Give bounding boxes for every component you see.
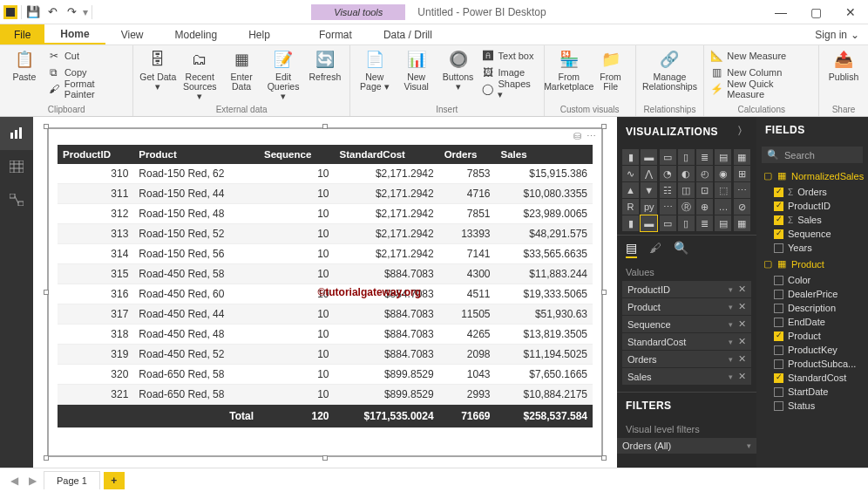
table-visual[interactable]: ⛁ ⋯ ProductIDProductSequenceStandardCost… [47,127,603,457]
table-normalizedsales[interactable]: ▢▦NormalizedSales [756,167,868,185]
paste-button[interactable]: 📋Paste [5,48,44,82]
field-item[interactable]: Years [756,241,868,255]
viz-type-icon[interactable]: ≣ [696,215,713,231]
datadrill-tab[interactable]: Data / Drill [368,24,448,44]
column-header[interactable]: ProductID [58,145,133,164]
table-row[interactable]: 321Road-650 Red, 5810$899.85292993$10,88… [58,385,593,405]
field-item[interactable]: ProductSubca... [756,357,868,371]
visual-more-icon[interactable]: ⋯ [587,131,596,142]
viz-type-icon[interactable]: ⋯ [660,199,676,215]
viz-type-icon[interactable]: ◴ [696,166,713,181]
viz-type-icon[interactable]: ☷ [660,182,676,198]
save-icon[interactable]: 💾 [24,3,43,21]
value-well-item[interactable]: Sales▾✕ [622,368,751,385]
file-menu[interactable]: File [0,24,44,44]
value-well-item[interactable]: StandardCost▾✕ [622,333,751,350]
help-tab[interactable]: Help [233,24,286,44]
table-row[interactable]: 320Road-650 Red, 5810$899.85291043$7,650… [58,365,593,385]
new-visual-button[interactable]: 📊New Visual [397,48,436,92]
viz-type-icon[interactable]: ◔ [660,166,676,181]
table-product[interactable]: ▢▦Product [756,255,868,273]
column-header[interactable]: Sales [496,145,593,164]
view-tab[interactable]: View [105,24,159,44]
undo-icon[interactable]: ↶ [43,3,62,21]
viz-type-icon[interactable]: ▼ [641,182,657,198]
modeling-tab[interactable]: Modeling [159,24,233,44]
field-item[interactable]: StandardCost [756,371,868,385]
model-view-button[interactable] [0,183,33,216]
table-row[interactable]: 312Road-150 Red, 4810$2,171.29427851$23,… [58,204,593,224]
filter-item-orders[interactable]: Orders (All)▾ [617,438,756,454]
enter-data-button[interactable]: ▦Enter Data [222,48,261,92]
field-item[interactable]: ProductKey [756,343,868,357]
field-checkbox[interactable] [774,243,783,253]
format-painter-button[interactable]: 🖌Format Painter [47,81,128,97]
table-row[interactable]: 313Road-150 Red, 5210$2,171.294213393$48… [58,224,593,244]
field-checkbox[interactable] [774,215,783,225]
viz-type-icon[interactable]: ▭ [660,149,676,165]
new-page-button[interactable]: 📄New Page ▾ [356,48,394,92]
viz-type-icon[interactable]: ▦ [734,149,750,165]
viz-type-icon[interactable]: ▮ [622,149,639,165]
refresh-button[interactable]: 🔄Refresh [306,48,344,82]
format-tab-icon[interactable]: 🖌 [649,241,661,258]
value-well-item[interactable]: Sequence▾✕ [622,316,751,332]
viz-type-icon[interactable]: Ⓡ [678,199,695,215]
viz-type-icon[interactable]: ▭ [660,215,676,231]
viz-type-icon[interactable]: ∿ [622,166,639,181]
field-checkbox[interactable] [774,373,783,383]
from-file-button[interactable]: 📁From File [592,48,630,92]
close-button[interactable]: ✕ [833,0,868,24]
table-row[interactable]: 318Road-450 Red, 4810$884.70834265$13,81… [58,325,593,345]
viz-type-icon[interactable]: ▤ [715,215,731,231]
fields-tab-icon[interactable]: ▤ [626,241,637,258]
field-item[interactable]: EndDate [756,315,868,329]
add-page-button[interactable]: + [104,472,125,489]
viz-type-icon[interactable]: ◐ [678,166,695,181]
field-item[interactable]: Description [756,301,868,315]
value-well-item[interactable]: Orders▾✕ [622,351,751,367]
viz-type-icon[interactable]: ⊕ [696,199,713,215]
viz-type-icon[interactable]: ⊘ [734,199,750,215]
field-checkbox[interactable] [774,401,783,411]
viz-type-icon[interactable]: ▲ [622,182,639,198]
table-row[interactable]: 316Road-450 Red, 6010$884.70834511$19,33… [58,284,593,304]
manage-relationships-button[interactable]: 🔗Manage Relationships [641,48,699,92]
viz-type-icon[interactable]: ▤ [715,149,731,165]
shapes-button[interactable]: ◯Shapes ▾ [481,81,539,97]
report-canvas[interactable]: ⛁ ⋯ ProductIDProductSequenceStandardCost… [33,117,617,468]
viz-type-icon[interactable]: ⋯ [734,182,750,198]
field-item[interactable]: DealerPrice [756,287,868,301]
table-row[interactable]: 315Road-450 Red, 5810$884.70834300$11,88… [58,264,593,284]
cut-button[interactable]: ✂Cut [47,48,128,64]
column-header[interactable]: Orders [439,145,496,164]
viz-type-icon[interactable]: ▬ [641,215,657,231]
visual-tools-tab[interactable]: Visual tools [311,4,405,20]
visual-filter-icon[interactable]: ⛁ [573,131,581,142]
field-checkbox[interactable] [774,276,783,285]
viz-type-icon[interactable]: py [641,199,657,215]
from-marketplace-button[interactable]: 🏪From Marketplace [550,48,588,92]
table-row[interactable]: 319Road-450 Red, 5210$884.70832098$11,19… [58,345,593,365]
field-item[interactable]: ProductID [756,199,868,213]
field-checkbox[interactable] [774,188,783,197]
value-well-item[interactable]: ProductID▾✕ [622,281,751,297]
table-row[interactable]: 310Road-150 Red, 6210$2,171.29427853$15,… [58,164,593,184]
column-header[interactable]: Product [133,145,259,164]
redo-icon[interactable]: ↷ [62,3,81,21]
field-checkbox[interactable] [774,202,783,211]
tab-next-icon[interactable]: ▶ [25,475,40,487]
new-quick-measure-button[interactable]: ⚡New Quick Measure [709,81,813,97]
field-checkbox[interactable] [774,345,783,355]
analytics-tab-icon[interactable]: 🔍 [674,241,688,258]
page-tab-1[interactable]: Page 1 [44,471,100,489]
table-row[interactable]: 317Road-450 Red, 4410$884.708311505$51,9… [58,304,593,325]
field-item[interactable]: Product [756,329,868,343]
report-view-button[interactable] [0,117,33,150]
field-item[interactable]: ΣOrders [756,185,868,199]
get-data-button[interactable]: 🗄Get Data ▾ [139,48,177,92]
field-checkbox[interactable] [774,387,783,397]
viz-type-icon[interactable]: ⬚ [715,182,731,198]
field-checkbox[interactable] [774,229,783,239]
maximize-button[interactable]: ▢ [798,0,833,24]
